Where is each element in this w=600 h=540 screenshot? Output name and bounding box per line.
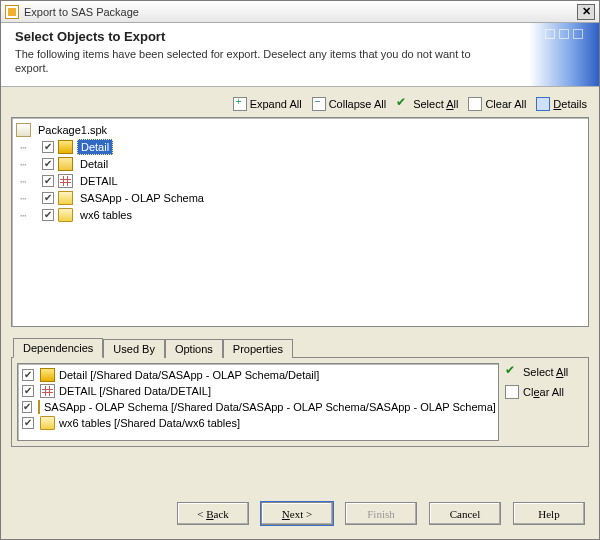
clear-icon (505, 385, 519, 399)
object-tree[interactable]: Package1.spk ⋯Detail⋯Detail⋯DETAIL⋯SASAp… (11, 117, 589, 327)
clear-icon (468, 97, 482, 111)
window-title: Export to SAS Package (24, 6, 577, 18)
dependency-label: Detail [/Shared Data/SASApp - OLAP Schem… (59, 369, 319, 381)
wizard-body: Expand All Collapse All Select All Clear… (1, 87, 599, 490)
select-all-label: Select All (413, 98, 458, 110)
dependency-row[interactable]: SASApp - OLAP Schema [/Shared Data/SASAp… (22, 399, 494, 415)
wizard-header: Select Objects to Export The following i… (1, 23, 599, 87)
dependency-row[interactable]: Detail [/Shared Data/SASApp - OLAP Schem… (22, 367, 494, 383)
package-icon (16, 123, 31, 137)
select-all-button[interactable]: Select All (396, 97, 458, 111)
tree-item-label: Detail (77, 139, 113, 155)
tree-item-label: wx6 tables (77, 208, 135, 222)
tree-item[interactable]: ⋯Detail (16, 156, 584, 173)
tree-root-label: Package1.spk (35, 123, 110, 137)
detail-tabs: DependenciesUsed ByOptionsProperties (11, 337, 589, 358)
tree-root[interactable]: Package1.spk (16, 122, 584, 139)
cube-icon (58, 140, 73, 154)
expand-icon (233, 97, 247, 111)
titlebar: Export to SAS Package ✕ (1, 1, 599, 23)
finish-button: Finish (345, 502, 417, 525)
dependency-checkbox[interactable] (22, 369, 34, 381)
close-button[interactable]: ✕ (577, 4, 595, 20)
cube2-icon (58, 157, 73, 171)
dependencies-panel: Detail [/Shared Data/SASApp - OLAP Schem… (11, 358, 589, 447)
dependency-label: DETAIL [/Shared Data/DETAIL] (59, 385, 211, 397)
expand-all-button[interactable]: Expand All (233, 97, 302, 111)
dependencies-side: Select All Clear All (505, 363, 583, 441)
collapse-icon (312, 97, 326, 111)
tab-dependencies[interactable]: Dependencies (13, 338, 103, 358)
clear-all-button[interactable]: Clear All (468, 97, 526, 111)
tree-item-checkbox[interactable] (42, 209, 54, 221)
header-decoration (545, 29, 555, 39)
details-label: Details (553, 98, 587, 110)
wizard-footer: < Back Next > Finish Cancel Help (1, 490, 599, 539)
tree-connector: ⋯ (20, 209, 42, 222)
deps-select-all-button[interactable]: Select All (505, 365, 583, 379)
tree-toolbar: Expand All Collapse All Select All Clear… (11, 95, 589, 117)
tree-connector: ⋯ (20, 158, 42, 171)
header-decoration (559, 29, 569, 39)
tree-connector: ⋯ (20, 175, 42, 188)
tree-item-checkbox[interactable] (42, 141, 54, 153)
tree-connector: ⋯ (20, 192, 42, 205)
check-icon (396, 97, 410, 111)
cube-icon (40, 368, 55, 382)
tree-item[interactable]: ⋯Detail (16, 139, 584, 156)
export-wizard-window: Export to SAS Package ✕ Select Objects t… (0, 0, 600, 540)
page-description: The following items have been selected f… (15, 47, 485, 76)
tree-item-checkbox[interactable] (42, 175, 54, 187)
deps-clear-all-label: Clear All (523, 386, 564, 398)
tab-options[interactable]: Options (165, 339, 223, 358)
dependency-checkbox[interactable] (22, 401, 32, 413)
folder-icon (40, 416, 55, 430)
tree-item[interactable]: ⋯DETAIL (16, 173, 584, 190)
collapse-all-label: Collapse All (329, 98, 386, 110)
folder-icon (58, 208, 73, 222)
tree-item-label: DETAIL (77, 174, 121, 188)
dependency-row[interactable]: wx6 tables [/Shared Data/wx6 tables] (22, 415, 494, 431)
expand-all-label: Expand All (250, 98, 302, 110)
back-button[interactable]: < Back (177, 502, 249, 525)
dependencies-list[interactable]: Detail [/Shared Data/SASApp - OLAP Schem… (17, 363, 499, 441)
header-decoration (573, 29, 583, 39)
dependency-checkbox[interactable] (22, 417, 34, 429)
dependency-row[interactable]: DETAIL [/Shared Data/DETAIL] (22, 383, 494, 399)
tab-used-by[interactable]: Used By (103, 339, 165, 358)
tree-item-label: SASApp - OLAP Schema (77, 191, 207, 205)
grid-icon (40, 384, 55, 398)
next-button[interactable]: Next > (261, 502, 333, 525)
help-button[interactable]: Help (513, 502, 585, 525)
deps-clear-all-button[interactable]: Clear All (505, 385, 583, 399)
details-icon (536, 97, 550, 111)
schema-icon (38, 400, 40, 414)
grid-icon (58, 174, 73, 188)
collapse-all-button[interactable]: Collapse All (312, 97, 386, 111)
deps-select-all-label: Select All (523, 366, 568, 378)
tab-properties[interactable]: Properties (223, 339, 293, 358)
details-button[interactable]: Details (536, 97, 587, 111)
tree-item-label: Detail (77, 157, 111, 171)
tree-item[interactable]: ⋯SASApp - OLAP Schema (16, 190, 584, 207)
cancel-button[interactable]: Cancel (429, 502, 501, 525)
tree-item[interactable]: ⋯wx6 tables (16, 207, 584, 224)
page-title: Select Objects to Export (15, 29, 585, 44)
app-icon (5, 5, 19, 19)
tree-connector: ⋯ (20, 141, 42, 154)
dependency-label: SASApp - OLAP Schema [/Shared Data/SASAp… (44, 401, 496, 413)
clear-all-label: Clear All (485, 98, 526, 110)
tree-item-checkbox[interactable] (42, 158, 54, 170)
dependency-label: wx6 tables [/Shared Data/wx6 tables] (59, 417, 240, 429)
check-icon (505, 365, 519, 379)
dependency-checkbox[interactable] (22, 385, 34, 397)
schema-icon (58, 191, 73, 205)
tree-item-checkbox[interactable] (42, 192, 54, 204)
